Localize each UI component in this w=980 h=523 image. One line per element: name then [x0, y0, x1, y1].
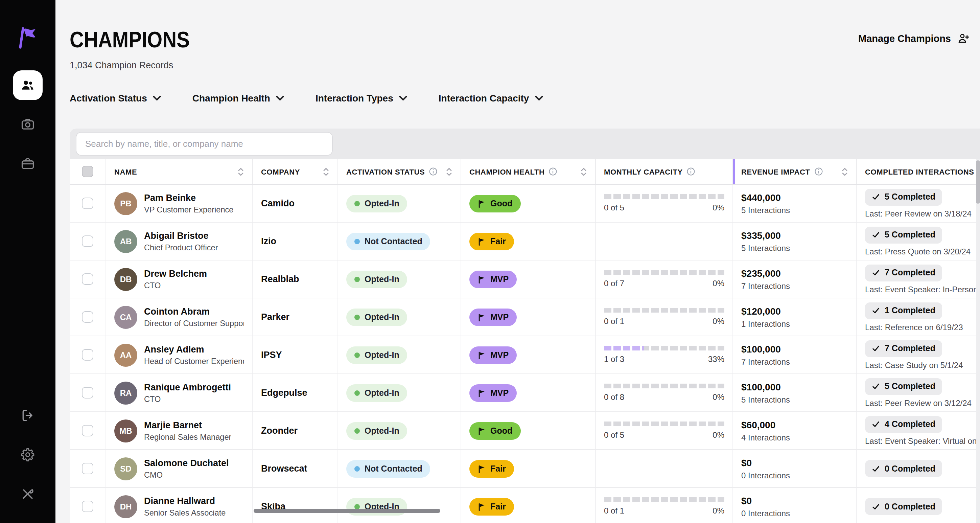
- info-icon[interactable]: [429, 167, 438, 176]
- completed-badge: 7 Completed: [865, 340, 942, 357]
- table-row[interactable]: SD Salomone Duchatel CMO Browsecat Not C…: [70, 450, 980, 488]
- manage-champions-label: Manage Champions: [858, 33, 951, 44]
- activation-badge: Not Contacted: [346, 460, 431, 477]
- select-all-checkbox[interactable]: [82, 166, 93, 177]
- health-cell: Good: [461, 185, 596, 222]
- activation-label: Opted-In: [364, 426, 399, 435]
- row-checkbox[interactable]: [82, 236, 93, 247]
- completed-cell: 7 Completed Last: Case Study on 5/1/24: [857, 336, 980, 373]
- health-badge: Fair: [469, 460, 514, 477]
- row-checkbox[interactable]: [82, 273, 93, 285]
- column-header-activation-status[interactable]: ACTIVATION STATUS: [338, 159, 461, 184]
- health-label: Fair: [490, 464, 506, 473]
- capacity-cell: [596, 450, 733, 487]
- health-cell: MVP: [461, 336, 596, 373]
- filter-interaction-capacity[interactable]: Interaction Capacity: [439, 93, 543, 104]
- completed-cell: 4 Completed Last: Event Speaker: Virtual…: [857, 412, 980, 449]
- row-checkbox[interactable]: [82, 425, 93, 436]
- row-checkbox[interactable]: [82, 349, 93, 360]
- capacity-meter: 0 of 8 0%: [604, 384, 724, 402]
- info-icon[interactable]: [687, 167, 695, 176]
- revenue-interactions: 1 Interactions: [741, 319, 790, 328]
- row-checkbox[interactable]: [82, 501, 93, 512]
- capacity-cell: 0 of 8 0%: [596, 374, 733, 411]
- column-header-monthly-capacity[interactable]: MONTHLY CAPACITY: [596, 159, 733, 184]
- chevron-down-icon: [153, 96, 161, 101]
- completed-badge: 1 Completed: [865, 302, 942, 319]
- champion-cell: AA Ansley Adlem Head of Customer Experie…: [106, 336, 253, 373]
- row-select-cell: [70, 450, 106, 487]
- sort-icon[interactable]: [446, 167, 452, 176]
- sidebar-item-champions[interactable]: [13, 70, 43, 100]
- health-cell: Fair: [461, 488, 596, 523]
- filter-bar: Activation Status Champion Health Intera…: [56, 70, 980, 104]
- champion-cell: RA Ranique Ambrogetti CTO: [106, 374, 253, 411]
- champion-cell: CA Cointon Abram Director of Customer Su…: [106, 298, 253, 336]
- row-checkbox[interactable]: [82, 387, 93, 399]
- column-header-completed-interactions[interactable]: COMPLETED INTERACTIONS: [857, 159, 980, 184]
- column-header-revenue-impact[interactable]: REVENUE IMPACT: [733, 159, 857, 184]
- vertical-scrollbar-thumb[interactable]: [976, 160, 980, 204]
- filter-champion-health[interactable]: Champion Health: [192, 93, 285, 104]
- avatar: RA: [114, 381, 137, 404]
- sidebar-item-tools[interactable]: [13, 479, 43, 509]
- capacity-count: 0 of 5: [604, 203, 624, 212]
- champion-job-title: Director of Customer Support: [144, 318, 244, 328]
- filter-activation-status[interactable]: Activation Status: [70, 93, 161, 104]
- champion-cell: DB Drew Belchem CTO: [106, 260, 253, 298]
- column-label: CHAMPION HEALTH: [469, 167, 544, 175]
- row-checkbox[interactable]: [82, 198, 93, 209]
- flag-icon: [477, 237, 485, 245]
- health-badge: Good: [469, 195, 520, 212]
- avatar: MB: [114, 419, 137, 442]
- vertical-scrollbar[interactable]: [976, 159, 980, 523]
- table-row[interactable]: AA Ansley Adlem Head of Customer Experie…: [70, 336, 980, 374]
- info-icon[interactable]: [814, 167, 823, 176]
- capacity-cell: [596, 223, 733, 260]
- revenue-amount: $120,000: [741, 306, 781, 316]
- table-row[interactable]: DH Dianne Hallward Senior Sales Associat…: [70, 488, 980, 523]
- table-row[interactable]: CA Cointon Abram Director of Customer Su…: [70, 298, 980, 336]
- row-checkbox[interactable]: [82, 463, 93, 474]
- champion-name: Ranique Ambrogetti: [144, 382, 231, 392]
- brand-logo[interactable]: [14, 24, 41, 51]
- flag-icon: [477, 275, 485, 283]
- filter-interaction-types[interactable]: Interaction Types: [315, 93, 407, 104]
- sidebar-item-work[interactable]: [13, 149, 43, 179]
- column-header-company[interactable]: COMPANY: [253, 159, 338, 184]
- sort-icon[interactable]: [580, 167, 587, 176]
- health-cell: MVP: [461, 260, 596, 298]
- champion-name: Abigail Bristoe: [144, 230, 218, 241]
- column-header-champion-health[interactable]: CHAMPION HEALTH: [461, 159, 596, 184]
- sidebar-item-sign-out[interactable]: [13, 400, 43, 430]
- table-row[interactable]: MB Marjie Barnet Regional Sales Manager …: [70, 412, 980, 450]
- info-icon[interactable]: [549, 167, 557, 176]
- sort-icon[interactable]: [323, 167, 329, 176]
- sidebar-item-settings[interactable]: [13, 440, 43, 470]
- champion-job-title: VP Customer Experience: [144, 205, 233, 214]
- activation-label: Opted-In: [364, 388, 399, 397]
- column-header-name[interactable]: NAME: [106, 159, 253, 184]
- capacity-cell: 0 of 1 0%: [596, 488, 733, 523]
- health-label: MVP: [490, 350, 509, 360]
- manage-champions-button[interactable]: Manage Champions: [858, 32, 970, 45]
- select-all-cell: [70, 159, 106, 184]
- search-input[interactable]: [76, 132, 333, 156]
- sort-icon[interactable]: [237, 167, 244, 176]
- status-dot-icon: [355, 352, 360, 357]
- revenue-cell: $0 0 Interactions: [733, 488, 857, 523]
- table-row[interactable]: RA Ranique Ambrogetti CTO Edgepulse Opte…: [70, 374, 980, 412]
- completed-count: 1 Completed: [885, 306, 935, 315]
- activation-label: Opted-In: [364, 274, 399, 284]
- revenue-amount: $60,000: [741, 419, 775, 430]
- table-row[interactable]: DB Drew Belchem CTO Realblab Opted-In MV…: [70, 260, 980, 298]
- records-count: 1,034 Champion Records: [70, 60, 970, 70]
- sort-icon[interactable]: [842, 167, 848, 176]
- table-row[interactable]: PB Pam Beinke VP Customer Experience Cam…: [70, 185, 980, 223]
- table-row[interactable]: AB Abigail Bristoe Chief Product Officer…: [70, 223, 980, 260]
- row-checkbox[interactable]: [82, 311, 93, 323]
- sidebar-item-media[interactable]: [13, 110, 43, 139]
- filter-label: Champion Health: [192, 93, 270, 104]
- horizontal-scrollbar[interactable]: [254, 509, 440, 513]
- last-interaction: Last: Press Quote on 3/20/24: [865, 247, 970, 256]
